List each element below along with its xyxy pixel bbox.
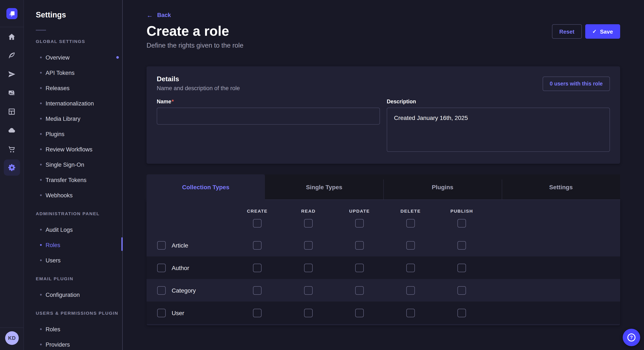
reset-button[interactable]: Reset	[552, 24, 582, 39]
users-with-role-button[interactable]: 0 users with this role	[542, 77, 610, 91]
sidebar-item-internationalization[interactable]: Internationalization	[24, 96, 123, 111]
bullet-icon	[40, 87, 42, 89]
sidebar-item-roles-admin[interactable]: Roles	[24, 237, 123, 253]
select-all-publish-checkbox[interactable]	[458, 219, 466, 227]
sidebar-item-roles-up[interactable]: Roles	[24, 322, 123, 337]
user-row-checkbox[interactable]	[157, 309, 166, 317]
author-read-checkbox[interactable]	[304, 263, 313, 272]
sidebar-item-media-library[interactable]: Media Library	[24, 111, 123, 126]
sidebar-item-users[interactable]: Users	[24, 253, 123, 268]
row-label: Author	[172, 264, 189, 271]
user-create-checkbox[interactable]	[253, 309, 262, 317]
name-input[interactable]	[157, 108, 380, 125]
name-field-group: Name*	[157, 99, 380, 154]
user-update-checkbox[interactable]	[355, 309, 364, 317]
column-header-delete: DELETE	[385, 206, 436, 216]
title-divider	[36, 30, 46, 31]
tab-collection-types[interactable]: Collection Types	[146, 174, 265, 200]
article-update-checkbox[interactable]	[355, 241, 364, 249]
sidebar-item-configuration[interactable]: Configuration	[24, 287, 123, 302]
sidebar-item-review-workflows[interactable]: Review Workflows	[24, 142, 123, 157]
article-create-checkbox[interactable]	[253, 241, 262, 249]
row-label: Category	[172, 287, 196, 294]
tab-settings[interactable]: Settings	[502, 174, 620, 200]
author-delete-checkbox[interactable]	[406, 263, 415, 272]
settings-rail-item[interactable]	[0, 158, 24, 177]
author-update-checkbox[interactable]	[355, 263, 364, 272]
details-title: Details	[157, 75, 610, 83]
category-row-checkbox[interactable]	[157, 286, 166, 295]
back-label: Back	[157, 12, 171, 18]
article-row-checkbox[interactable]	[157, 241, 166, 249]
help-button[interactable]: ?	[623, 329, 640, 346]
back-arrow-icon: ←	[146, 12, 153, 18]
select-all-create-checkbox[interactable]	[253, 219, 262, 227]
permissions-tabs: Collection Types Single Types Plugins Se…	[146, 174, 620, 200]
tab-single-types[interactable]: Single Types	[265, 174, 383, 200]
bullet-icon	[40, 57, 42, 58]
sidebar-item-api-tokens[interactable]: API Tokens	[24, 65, 123, 80]
permissions-header: CREATE READ UPDATE DELETE PUBLISH	[146, 200, 620, 234]
description-field-group: Description Created January 16th, 2025	[387, 99, 610, 154]
sidebar-item-plugins[interactable]: Plugins	[24, 126, 123, 142]
sidebar-item-providers[interactable]: Providers	[24, 337, 123, 350]
user-avatar[interactable]: KD	[5, 331, 19, 345]
user-publish-checkbox[interactable]	[458, 309, 466, 317]
main-content: ← Back Create a role Define the rights g…	[123, 0, 644, 350]
user-read-checkbox[interactable]	[304, 309, 313, 317]
article-publish-checkbox[interactable]	[458, 241, 466, 249]
row-label: User	[172, 309, 184, 316]
category-create-checkbox[interactable]	[253, 286, 262, 295]
app-window: KD Settings GLOBAL SETTINGS Overview API…	[0, 0, 644, 350]
article-read-checkbox[interactable]	[304, 241, 313, 249]
category-update-checkbox[interactable]	[355, 286, 364, 295]
back-link[interactable]: ← Back	[146, 12, 171, 18]
sidebar-item-transfer-tokens[interactable]: Transfer Tokens	[24, 172, 123, 187]
sidebar-item-releases[interactable]: Releases	[24, 80, 123, 96]
cart-icon[interactable]	[0, 140, 24, 158]
notification-dot	[116, 56, 119, 59]
home-icon[interactable]	[0, 27, 24, 46]
user-delete-checkbox[interactable]	[406, 309, 415, 317]
column-header-create: CREATE	[232, 206, 283, 216]
sidebar-item-overview[interactable]: Overview	[24, 50, 123, 65]
required-asterisk: *	[172, 99, 174, 105]
layout-icon[interactable]	[0, 102, 24, 121]
question-mark-icon: ?	[628, 334, 636, 342]
select-all-read-checkbox[interactable]	[304, 219, 313, 227]
author-publish-checkbox[interactable]	[458, 263, 466, 272]
settings-sidebar: Settings GLOBAL SETTINGS Overview API To…	[24, 0, 123, 350]
sidebar-item-single-sign-on[interactable]: Single Sign-On	[24, 157, 123, 172]
paper-plane-icon[interactable]	[0, 65, 24, 83]
tab-plugins[interactable]: Plugins	[383, 174, 502, 200]
bullet-icon	[40, 229, 42, 230]
table-row-article: Article	[146, 234, 620, 256]
section-heading-global-settings: GLOBAL SETTINGS	[36, 38, 112, 44]
sidebar-item-webhooks[interactable]: Webhooks	[24, 187, 123, 203]
bullet-icon	[40, 328, 42, 330]
details-subtitle: Name and description of the role	[157, 85, 610, 91]
icon-rail: KD	[0, 0, 24, 350]
select-all-update-checkbox[interactable]	[355, 219, 364, 227]
category-publish-checkbox[interactable]	[458, 286, 466, 295]
cloud-icon[interactable]	[0, 121, 24, 140]
save-button[interactable]: ✓ Save	[585, 24, 620, 39]
gear-icon	[4, 160, 20, 176]
save-label: Save	[600, 28, 613, 35]
description-textarea[interactable]: Created January 16th, 2025	[387, 108, 610, 152]
sidebar-item-audit-logs[interactable]: Audit Logs	[24, 222, 123, 237]
article-delete-checkbox[interactable]	[406, 241, 415, 249]
category-read-checkbox[interactable]	[304, 286, 313, 295]
table-row-author: Author	[146, 256, 620, 279]
strapi-logo[interactable]	[6, 8, 17, 19]
select-all-delete-checkbox[interactable]	[406, 219, 415, 227]
category-delete-checkbox[interactable]	[406, 286, 415, 295]
feather-icon[interactable]	[0, 46, 24, 65]
details-form: Name* Description Created January 16th, …	[157, 99, 610, 154]
page-subtitle: Define the rights given to the role	[146, 42, 620, 49]
logo-cell	[0, 0, 24, 27]
media-library-icon[interactable]	[0, 83, 24, 102]
author-row-checkbox[interactable]	[157, 263, 166, 272]
column-header-publish: PUBLISH	[436, 206, 487, 216]
author-create-checkbox[interactable]	[253, 263, 262, 272]
